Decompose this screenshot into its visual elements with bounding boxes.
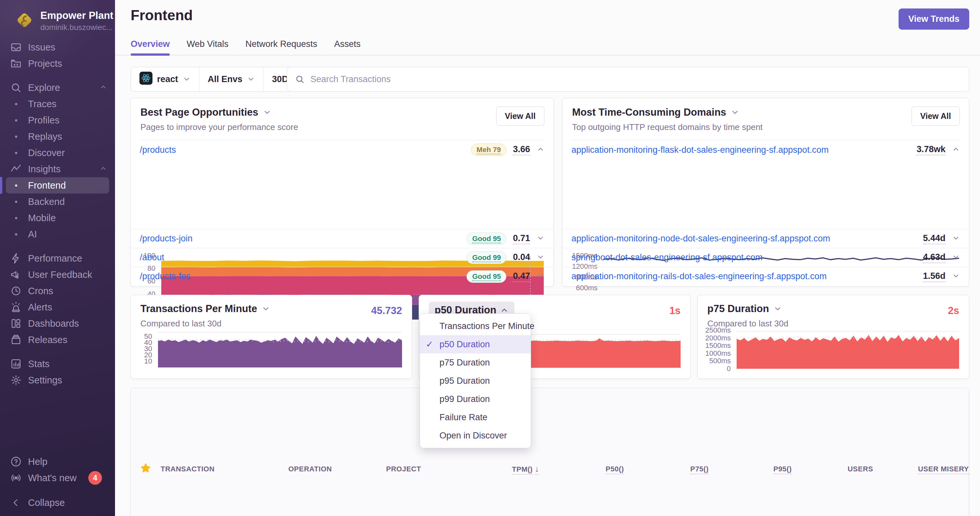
axis-tick-label: 2500ms: [705, 326, 731, 335]
sidebar-item-settings[interactable]: Settings: [0, 372, 115, 388]
sidebar-item-projects[interactable]: Projects: [0, 56, 115, 71]
favorite-column-header[interactable]: [140, 463, 151, 476]
sidebar-item-explore[interactable]: Explore: [0, 79, 115, 96]
sidebar-item-label: Discover: [28, 148, 65, 158]
metric-title-dropdown[interactable]: p75 Duration: [707, 303, 782, 315]
sidebar-item-label: Explore: [28, 83, 60, 93]
tab-assets[interactable]: Assets: [334, 39, 361, 55]
tpm-metric-card: Transactions Per Minute Compared to last…: [130, 295, 412, 379]
chevron-down-icon: [183, 75, 191, 83]
column-header-p50[interactable]: P50(): [606, 465, 624, 473]
view-all-button[interactable]: View All: [912, 106, 960, 126]
tab-web-vitals[interactable]: Web Vitals: [187, 39, 228, 55]
sidebar-item-performance[interactable]: Performance: [0, 250, 115, 267]
axis-tick-label: 0: [727, 365, 731, 373]
sidebar-item-mobile[interactable]: Mobile: [0, 210, 115, 226]
metric-title-dropdown[interactable]: Transactions Per Minute: [140, 303, 270, 315]
view-all-button[interactable]: View All: [496, 106, 544, 126]
transaction-link[interactable]: /products-fes: [140, 271, 191, 281]
sidebar-item-label: Alerts: [28, 302, 52, 313]
expand-row-button[interactable]: [952, 253, 960, 262]
sidebar-item-dashboards[interactable]: Dashboards: [0, 315, 115, 332]
sidebar-item-ai[interactable]: AI: [0, 226, 115, 242]
row-value: 5.44d: [923, 233, 945, 245]
tab-network-requests[interactable]: Network Requests: [245, 39, 317, 55]
metric-value: 2s: [948, 305, 959, 317]
environment-filter[interactable]: All Envs: [199, 67, 264, 91]
sidebar-item-alerts[interactable]: Alerts: [0, 299, 115, 315]
metric-subtitle: Compared to last 30d: [140, 319, 402, 329]
column-header-transaction[interactable]: TRANSACTION: [161, 465, 288, 473]
chevron-down-icon: [952, 253, 960, 261]
expand-row-button[interactable]: [536, 253, 544, 262]
sidebar-item-frontend[interactable]: Frontend: [6, 177, 109, 194]
domain-link[interactable]: application-monitoring-flask-dot-sales-e…: [571, 145, 829, 155]
clock-icon: [8, 285, 24, 297]
menu-item-p99-duration[interactable]: p99 Duration: [420, 390, 531, 408]
column-header-users[interactable]: USERS: [848, 465, 873, 473]
transactions-table: TRANSACTIONOPERATIONPROJECTTPM() ↓P50()P…: [130, 387, 969, 516]
menu-item-p50-duration[interactable]: ✓p50 Duration: [420, 335, 531, 354]
sidebar-item-profiles[interactable]: Profiles: [0, 112, 115, 129]
sidebar-item-label: Replays: [28, 131, 62, 142]
chevron-up-icon: [952, 145, 960, 153]
chevron-down-icon: [773, 305, 782, 313]
column-header-usermisery[interactable]: USER MISERY: [918, 465, 969, 473]
sidebar-item-crons[interactable]: Crons: [0, 283, 115, 299]
column-header-tpm[interactable]: TPM() ↓: [512, 464, 539, 474]
sidebar-item-label: Traces: [28, 99, 57, 110]
time-consuming-domains-panel: Most Time-Consuming Domains Top outgoing…: [562, 98, 969, 287]
axis-tick-label: 50: [144, 332, 152, 341]
column-header-p75[interactable]: P75(): [690, 465, 709, 473]
search-input[interactable]: [310, 74, 961, 84]
react-project-icon: [140, 71, 153, 87]
expand-row-button[interactable]: [952, 272, 960, 281]
sidebar-item-releases[interactable]: Releases: [0, 332, 115, 348]
chevron-down-icon: [536, 272, 544, 280]
sidebar-item-insights[interactable]: Insights: [0, 161, 115, 177]
project-filter[interactable]: react: [131, 67, 199, 91]
expand-row-button[interactable]: [536, 272, 544, 281]
domain-link[interactable]: application-monitoring-node-dot-sales-en…: [571, 233, 830, 244]
sidebar-item-discover[interactable]: Discover: [0, 144, 115, 161]
sidebar-item-stats[interactable]: Stats: [0, 356, 115, 372]
row-value: 3.78wk: [916, 144, 945, 156]
collapse-row-button[interactable]: [952, 145, 960, 154]
menu-item-p95-duration[interactable]: p95 Duration: [420, 372, 531, 390]
sidebar-item-issues[interactable]: Issues: [0, 39, 115, 56]
menu-item-open-in-discover[interactable]: Open in Discover: [420, 426, 531, 445]
column-header-project[interactable]: PROJECT: [386, 465, 493, 473]
sidebar-item-collapse[interactable]: Collapse: [0, 494, 115, 511]
search-icon: [295, 74, 305, 84]
tab-overview[interactable]: Overview: [130, 39, 170, 55]
panel-title-dropdown[interactable]: Best Page Opportunities: [140, 106, 271, 118]
column-header-operation[interactable]: OPERATION: [288, 465, 386, 473]
domain-link[interactable]: springboot-dot-sales-engineering-sf.apps…: [571, 252, 763, 262]
sidebar-item-help[interactable]: Help: [0, 454, 115, 470]
menu-item-transactions-per-minute[interactable]: Transactions Per Minute: [420, 317, 531, 335]
row-value: 0.71: [513, 233, 530, 245]
domain-link[interactable]: application-monitoring-rails-dot-sales-e…: [571, 271, 827, 281]
sidebar-item-what-s-new[interactable]: What's new4: [0, 470, 115, 486]
menu-item-failure-rate[interactable]: Failure Rate: [420, 408, 531, 426]
panel-title-dropdown[interactable]: Most Time-Consuming Domains: [572, 106, 739, 118]
domain-row: application-monitoring-rails-dot-sales-e…: [562, 267, 969, 286]
sidebar-item-backend[interactable]: Backend: [0, 194, 115, 210]
axis-tick-label: 500ms: [709, 357, 731, 365]
view-trends-button[interactable]: View Trends: [899, 8, 969, 30]
transaction-link[interactable]: /products-join: [140, 233, 192, 244]
column-header-p95[interactable]: P95(): [773, 465, 792, 473]
chevron-down-icon: [536, 234, 544, 242]
expand-row-button[interactable]: [952, 234, 960, 243]
sidebar-item-user-feedback[interactable]: User Feedback: [0, 267, 115, 283]
score-badge: Good 95: [466, 233, 506, 245]
transaction-link[interactable]: /about: [140, 252, 164, 262]
expand-row-button[interactable]: [536, 234, 544, 243]
best-page-opportunities-panel: Best Page Opportunities Pages to improve…: [130, 98, 554, 287]
menu-item-p75-duration[interactable]: p75 Duration: [420, 354, 531, 372]
sidebar-item-replays[interactable]: Replays: [0, 129, 115, 144]
collapse-row-button[interactable]: [536, 145, 544, 154]
org-switcher[interactable]: Empower Plant dominik.buszowiec...: [0, 0, 115, 35]
sidebar-item-traces[interactable]: Traces: [0, 96, 115, 112]
transaction-link[interactable]: /products: [140, 145, 176, 155]
